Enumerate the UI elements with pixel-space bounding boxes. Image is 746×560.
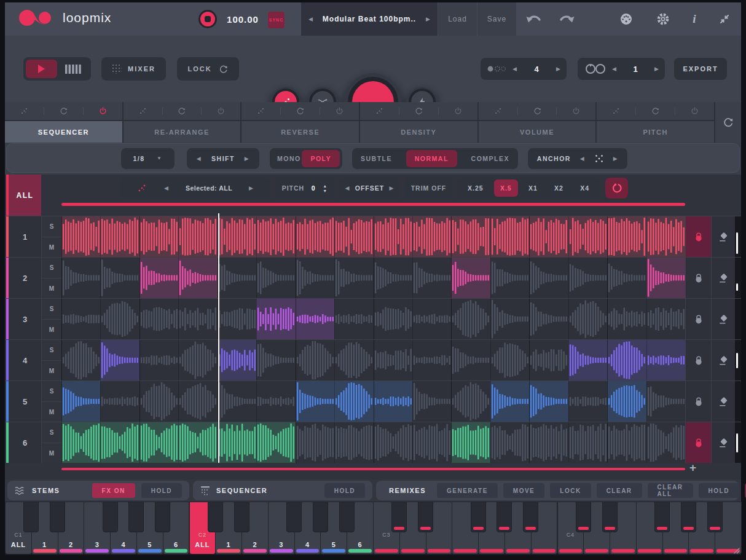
complex-option[interactable]: COMPLEX [465,155,516,162]
selection-next-icon[interactable]: ▶ [249,186,254,191]
wave-cell[interactable] [178,381,217,422]
mono-option[interactable]: MONO [277,155,301,162]
all-row-button[interactable]: ALL [9,175,41,216]
wave-cell[interactable] [296,299,334,339]
sync-button[interactable]: SYNC [268,12,285,28]
loop-inc-icon[interactable]: ▶ [654,66,659,72]
fx-dice-icon[interactable] [256,106,265,116]
wave-cell[interactable] [256,422,295,463]
tab-volume[interactable]: VOLUME [479,121,596,143]
loop-dec-icon[interactable]: ◀ [612,66,616,72]
wave-cell[interactable] [646,381,685,422]
track-number[interactable]: 5 [9,381,41,422]
wave-cell[interactable] [607,422,646,463]
wave-cell[interactable] [334,258,373,298]
row-level-indicator[interactable] [736,353,738,368]
wave-cell[interactable] [61,381,100,422]
solo-button[interactable]: S [41,216,61,237]
wave-cell[interactable] [451,258,490,298]
offset-right-icon[interactable]: ▶ [390,186,395,191]
wave-cell[interactable] [374,422,412,463]
wave-cell[interactable] [256,258,295,298]
preset-selector[interactable]: ◀ Modular Beat 100bpm.. ▶ [301,2,438,36]
row-lock-button[interactable] [685,216,711,257]
remix-lock-button[interactable]: LOCK [550,483,591,498]
row-erase-button[interactable] [711,340,735,381]
play-button[interactable] [26,60,57,78]
wave-cell[interactable] [374,216,412,257]
wave-cell[interactable] [100,299,139,339]
wave-cell[interactable] [61,258,100,298]
wave-cell[interactable] [256,340,295,381]
poly-option[interactable]: POLY [302,150,340,167]
tab-pitch[interactable]: PITCH [597,121,714,143]
wave-cell[interactable] [412,258,451,298]
multiplier-x1[interactable]: X1 [522,179,544,197]
wave-cell[interactable] [646,340,685,381]
black-key[interactable] [234,502,249,532]
remix-clear-button[interactable]: CLEAR [597,483,642,498]
wave-cell[interactable] [178,422,217,463]
preset-name[interactable]: Modular Beat 100bpm.. [323,15,416,23]
fx-power-icon[interactable] [216,106,226,116]
row-lock-button[interactable] [685,381,711,422]
redo-icon[interactable] [559,14,575,24]
wave-cell[interactable] [568,216,607,257]
wave-cell[interactable] [139,422,178,463]
wave-cell[interactable] [529,422,568,463]
black-key[interactable] [418,502,433,532]
black-key[interactable] [286,502,302,532]
wave-cell[interactable] [607,216,646,257]
wave-cell[interactable] [334,340,373,381]
fx-dice-icon[interactable] [20,106,29,116]
remix-hold-button[interactable]: HOLD [699,483,739,498]
wave-cell[interactable] [256,299,295,339]
fx-refresh-icon[interactable] [177,106,186,116]
wave-cell[interactable] [412,422,451,463]
anchor-right-icon[interactable]: ▶ [613,156,618,162]
multiplier-x4[interactable]: X4 [574,179,595,197]
tab-reverse[interactable]: REVERSE [241,121,359,143]
row-erase-button[interactable] [711,258,735,298]
loop-range-bar[interactable] [61,203,685,206]
multiplier-x.25[interactable]: X.25 [461,179,490,197]
wave-cell[interactable] [451,422,490,463]
retrigger-button[interactable] [605,178,628,199]
wave-cell[interactable] [100,381,139,422]
midi-icon[interactable] [619,12,633,26]
black-key[interactable] [681,502,696,532]
wave-cell[interactable] [646,422,685,463]
subtle-option[interactable]: SUBTLE [355,155,398,162]
mute-button[interactable]: M [41,443,61,463]
black-key[interactable] [391,502,407,532]
wave-cell[interactable] [100,422,139,463]
solo-button[interactable]: S [41,340,61,360]
wave-cell[interactable] [451,299,490,339]
row-lock-button[interactable] [685,299,711,339]
remix-generate-button[interactable]: GENERATE [437,483,498,498]
pattern-inc-icon[interactable]: ▶ [556,66,560,72]
wave-cell[interactable] [568,340,607,381]
shift-control[interactable]: ◀ SHIFT ▶ [187,148,259,169]
remix-move-button[interactable]: MOVE [503,483,544,498]
wave-cell[interactable] [139,216,178,257]
row-level-indicator[interactable] [736,433,738,453]
wave-cell[interactable] [607,381,646,422]
wave-cell[interactable] [607,340,646,381]
row-erase-button[interactable] [711,216,735,257]
pitch-value[interactable]: 0 [312,184,316,192]
fx-dice-icon[interactable] [375,106,384,116]
black-key[interactable] [103,502,118,532]
fx-dice-icon[interactable] [493,106,503,116]
wave-cell[interactable] [296,258,334,298]
track-number[interactable]: 4 [9,340,41,381]
track-number[interactable]: 2 [9,258,41,298]
mute-button[interactable]: M [41,360,61,381]
mute-button[interactable]: M [41,401,61,422]
multiplier-x.5[interactable]: X.5 [494,179,518,197]
mute-button[interactable]: M [41,278,61,298]
wave-cell[interactable] [490,216,529,257]
row-level-indicator[interactable] [736,232,738,253]
shift-left-icon[interactable]: ◀ [197,156,202,162]
row-lock-button[interactable] [685,340,711,381]
